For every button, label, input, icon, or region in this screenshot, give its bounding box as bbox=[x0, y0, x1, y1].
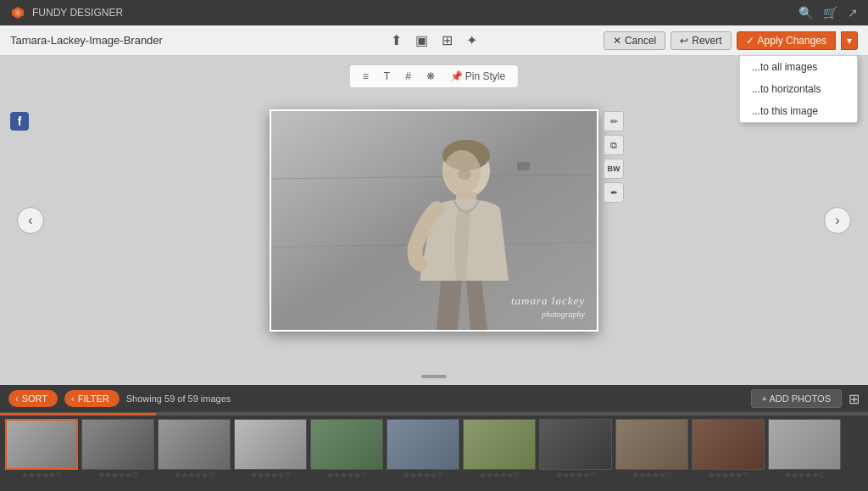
star-icon[interactable]: ☆ bbox=[29, 471, 35, 479]
thumbnail-image[interactable] bbox=[539, 419, 612, 470]
star-icon[interactable]: ☆ bbox=[805, 471, 811, 479]
edit-tool-hash[interactable]: # bbox=[399, 68, 417, 85]
cart-icon[interactable]: 🛒 bbox=[823, 6, 837, 20]
apply-changes-button[interactable]: ✓ Apply Changes bbox=[737, 31, 836, 50]
star-icon[interactable]: ☆ bbox=[729, 471, 735, 479]
star-icon[interactable]: ☆ bbox=[570, 471, 576, 479]
star-icon[interactable]: ☆ bbox=[715, 471, 721, 479]
thumbnail-item[interactable]: ☆☆☆☆☆♡ bbox=[234, 419, 307, 479]
edit-pencil-button[interactable]: ✏ bbox=[604, 111, 624, 131]
star-icon[interactable]: ☆ bbox=[722, 471, 728, 479]
add-photos-button[interactable]: + ADD PHOTOS bbox=[751, 389, 842, 408]
star-icon[interactable]: ☆ bbox=[431, 471, 437, 479]
copy-button[interactable]: ⧉ bbox=[604, 135, 624, 155]
thumbnail-image[interactable] bbox=[310, 419, 383, 470]
star-icon[interactable]: ☆ bbox=[105, 471, 111, 479]
thumbnail-item[interactable]: ☆☆☆☆☆♡ bbox=[158, 419, 231, 479]
star-icon[interactable]: ☆ bbox=[188, 471, 194, 479]
star-icon[interactable]: ☆ bbox=[202, 471, 208, 479]
star-icon[interactable]: ☆ bbox=[271, 471, 277, 479]
star-icon[interactable]: ☆ bbox=[175, 471, 181, 479]
heart-icon[interactable]: ♡ bbox=[437, 471, 443, 479]
star-icon[interactable]: ☆ bbox=[709, 471, 715, 479]
thumbnail-image[interactable] bbox=[768, 419, 841, 470]
star-icon[interactable]: ☆ bbox=[403, 471, 409, 479]
star-icon[interactable]: ☆ bbox=[348, 471, 353, 479]
apply-changes-dropdown-button[interactable]: ▾ bbox=[841, 31, 858, 50]
thumbnail-image[interactable] bbox=[692, 419, 765, 470]
thumbnail-stars[interactable]: ☆☆☆☆☆♡ bbox=[327, 471, 367, 479]
thumbnail-image[interactable] bbox=[387, 419, 459, 470]
thumbnail-stars[interactable]: ☆☆☆☆☆♡ bbox=[175, 471, 214, 479]
thumbnail-item[interactable]: ☆☆☆☆☆♡ bbox=[81, 419, 154, 479]
star-icon[interactable]: ☆ bbox=[798, 471, 804, 479]
star-icon[interactable]: ☆ bbox=[195, 471, 201, 479]
star-icon[interactable]: ☆ bbox=[792, 471, 798, 479]
star-icon[interactable]: ☆ bbox=[632, 471, 638, 479]
apply-to-all-images[interactable]: ...to all images bbox=[740, 56, 857, 78]
thumbnail-item[interactable]: ☆☆☆☆☆♡ bbox=[539, 419, 612, 479]
star-icon[interactable]: ☆ bbox=[125, 471, 131, 479]
star-icon[interactable]: ☆ bbox=[736, 471, 742, 479]
thumbnail-stars[interactable]: ☆☆☆☆☆♡ bbox=[403, 471, 443, 479]
thumbnail-item[interactable]: ☆☆☆☆☆♡ bbox=[387, 419, 459, 479]
star-icon[interactable]: ☆ bbox=[251, 471, 257, 479]
edit-tool-lines[interactable]: ≡ bbox=[357, 68, 375, 85]
thumbnail-stars[interactable]: ☆☆☆☆☆♡ bbox=[556, 471, 596, 479]
star-icon[interactable]: ☆ bbox=[327, 471, 333, 479]
upload-icon[interactable]: ⬆ bbox=[391, 32, 402, 48]
frame-icon[interactable]: ▣ bbox=[415, 32, 428, 48]
prev-image-button[interactable]: ‹ bbox=[17, 207, 44, 234]
filter-button[interactable]: ‹ FILTER bbox=[64, 390, 120, 407]
bw-button[interactable]: BW bbox=[604, 159, 624, 179]
edit-tool-flower[interactable]: ❋ bbox=[420, 68, 441, 85]
star-icon[interactable]: ☆ bbox=[417, 471, 423, 479]
star-icon[interactable]: ☆ bbox=[354, 471, 360, 479]
thumbnail-image[interactable] bbox=[81, 419, 154, 470]
external-link-icon[interactable]: ↗ bbox=[848, 6, 858, 20]
star-icon[interactable]: ☆ bbox=[98, 471, 104, 479]
star-icon[interactable]: ☆ bbox=[646, 471, 652, 479]
thumbnail-image[interactable] bbox=[615, 419, 688, 470]
star-icon[interactable]: ☆ bbox=[424, 471, 430, 479]
star-icon[interactable]: ☆ bbox=[639, 471, 645, 479]
thumbnail-stars[interactable]: ☆☆☆☆☆♡ bbox=[632, 471, 672, 479]
heart-icon[interactable]: ♡ bbox=[819, 471, 825, 479]
star-icon[interactable]: ☆ bbox=[42, 471, 48, 479]
thumbnail-stars[interactable]: ☆☆☆☆☆♡ bbox=[98, 471, 138, 479]
thumbnail-stars[interactable]: ☆☆☆☆☆♡ bbox=[709, 471, 748, 479]
heart-icon[interactable]: ♡ bbox=[56, 471, 62, 479]
revert-button[interactable]: ↩ Revert bbox=[670, 31, 731, 50]
star-icon[interactable]: ☆ bbox=[112, 471, 118, 479]
heart-icon[interactable]: ♡ bbox=[743, 471, 748, 479]
thumbnail-image[interactable] bbox=[158, 419, 231, 470]
thumbnail-image[interactable] bbox=[5, 419, 78, 470]
resize-handle[interactable] bbox=[421, 375, 447, 378]
edit-tool-text[interactable]: T bbox=[378, 68, 396, 85]
star-icon[interactable]: ☆ bbox=[556, 471, 562, 479]
sort-button[interactable]: ‹ SORT bbox=[8, 390, 58, 407]
thumbnail-stars[interactable]: ☆☆☆☆☆♡ bbox=[22, 471, 62, 479]
star-icon[interactable]: ☆ bbox=[341, 471, 347, 479]
star-icon[interactable]: ☆ bbox=[563, 471, 569, 479]
thumbnail-item[interactable]: ☆☆☆☆☆♡ bbox=[5, 419, 78, 479]
heart-icon[interactable]: ♡ bbox=[209, 471, 214, 479]
thumbnail-image[interactable] bbox=[463, 419, 536, 470]
thumbnail-item[interactable]: ☆☆☆☆☆♡ bbox=[310, 419, 383, 479]
heart-icon[interactable]: ♡ bbox=[285, 471, 291, 479]
pin-style-button[interactable]: 📌 Pin Style bbox=[444, 68, 511, 85]
thumbnail-item[interactable]: ☆☆☆☆☆♡ bbox=[692, 419, 765, 479]
thumbnail-item[interactable]: ☆☆☆☆☆♡ bbox=[463, 419, 536, 479]
thumbnail-item[interactable]: ☆☆☆☆☆♡ bbox=[615, 419, 688, 479]
heart-icon[interactable]: ♡ bbox=[132, 471, 138, 479]
heart-icon[interactable]: ♡ bbox=[361, 471, 367, 479]
star-icon[interactable]: ☆ bbox=[264, 471, 270, 479]
thumbnail-stars[interactable]: ☆☆☆☆☆♡ bbox=[251, 471, 291, 479]
stamp-icon[interactable]: ✦ bbox=[466, 32, 477, 48]
facebook-icon[interactable]: f bbox=[10, 112, 29, 131]
star-icon[interactable]: ☆ bbox=[334, 471, 340, 479]
search-icon[interactable]: 🔍 bbox=[798, 6, 813, 20]
grid-icon[interactable]: ⊞ bbox=[442, 32, 453, 48]
star-icon[interactable]: ☆ bbox=[583, 471, 589, 479]
star-icon[interactable]: ☆ bbox=[480, 471, 486, 479]
